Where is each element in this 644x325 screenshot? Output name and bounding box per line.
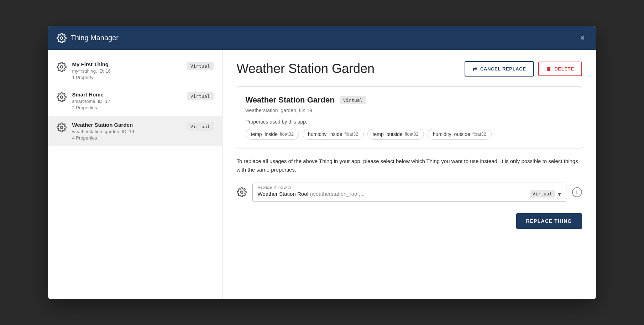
main-content: Weather Station Garden ⇄ CANCEL REPLACE … (222, 50, 596, 299)
sidebar-item-content-2: Smart Home smarthome, ID: 17 2 Propertie… (72, 91, 181, 110)
delete-label: DELETE (554, 66, 574, 72)
sidebar-item-myfirstthing[interactable]: My First Thing myfirstthing, ID: 16 1 Pr… (48, 56, 222, 86)
replace-field-badge: Virtual (530, 190, 555, 198)
replace-thing-button[interactable]: REPLACE THING (516, 213, 582, 229)
sidebar-item-name-2: Smart Home (72, 91, 181, 98)
swap-icon: ⇄ (472, 65, 477, 72)
properties-label: Properties used by this app: (246, 119, 573, 125)
replace-field[interactable]: Replace Thing with Weather Station Roof … (252, 183, 566, 202)
sidebar-item-badge-3: Virtual (187, 122, 214, 131)
main-header: Weather Station Garden ⇄ CANCEL REPLACE … (237, 61, 582, 77)
svg-point-4 (240, 191, 243, 193)
cancel-replace-label: CANCEL REPLACE (480, 66, 526, 72)
modal-header: Thing Manager × (48, 26, 596, 50)
replace-field-main-value: Weather Station Roof (258, 191, 309, 197)
sidebar: My First Thing myfirstthing, ID: 16 1 Pr… (48, 50, 222, 299)
svg-point-2 (60, 96, 63, 98)
thing-card: Weather Station Garden Virtual weatherst… (237, 87, 582, 148)
svg-point-3 (60, 126, 63, 129)
dropdown-arrow-icon[interactable]: ▾ (558, 190, 561, 198)
sidebar-item-sub-1: myfirstthing, ID: 16 (72, 68, 181, 74)
sidebar-item-smarthome[interactable]: Smart Home smarthome, ID: 17 2 Propertie… (48, 86, 222, 116)
sidebar-item-badge-2: Virtual (187, 92, 214, 100)
cancel-replace-button[interactable]: ⇄ CANCEL REPLACE (465, 61, 534, 77)
property-name-1: temp_inside (251, 131, 278, 137)
property-type-2: float32 (345, 131, 358, 137)
replace-field-inner: Weather Station Roof (weatherstation_roo… (258, 190, 561, 198)
svg-point-0 (60, 37, 63, 39)
info-icon[interactable]: i (572, 187, 582, 197)
sidebar-item-props-2: 2 Properties (72, 105, 181, 110)
replace-icon (237, 187, 247, 197)
thing-icon-3 (57, 122, 67, 132)
sidebar-item-content-3: Weather Station Garden weatherstation_ga… (72, 122, 181, 141)
modal-overlay: Thing Manager × My First Thing (0, 0, 644, 325)
thing-icon-1 (57, 62, 67, 72)
thing-icon-2 (57, 92, 67, 102)
sidebar-item-sub-3: weatherstation_garden, ID: 19 (72, 129, 181, 134)
property-name-4: humidity_outside (433, 131, 470, 137)
modal-header-left: Thing Manager (57, 33, 119, 43)
sidebar-item-weatherstation[interactable]: Weather Station Garden weatherstation_ga… (48, 116, 222, 146)
property-tag-1: temp_inside float32 (246, 129, 299, 140)
sidebar-item-props-1: 1 Property (72, 75, 181, 80)
replace-section: Replace Thing with Weather Station Roof … (237, 183, 582, 202)
thing-card-header: Weather Station Garden Virtual (246, 95, 573, 105)
thing-card-id: weatherstation_garden, ID: 19 (246, 108, 573, 113)
modal: Thing Manager × My First Thing (48, 26, 596, 299)
sidebar-item-name-3: Weather Station Garden (72, 122, 181, 128)
property-tag-2: humidity_inside float32 (303, 129, 364, 140)
property-tag-3: temp_outside float32 (367, 129, 424, 140)
sidebar-item-name-1: My First Thing (72, 61, 181, 67)
svg-point-1 (60, 65, 63, 68)
close-button[interactable]: × (577, 33, 588, 43)
sidebar-item-props-3: 4 Properties (72, 135, 181, 141)
description-text: To replace all usages of the above Thing… (237, 157, 582, 174)
sidebar-item-content-1: My First Thing myfirstthing, ID: 16 1 Pr… (72, 61, 181, 80)
delete-button[interactable]: 🗑 DELETE (538, 62, 582, 76)
replace-field-right: Virtual ▾ (530, 190, 561, 198)
page-title: Weather Station Garden (237, 61, 375, 76)
replace-field-sub-value: (weatherstation_roof,... (310, 191, 365, 197)
replace-field-value: Weather Station Roof (weatherstation_roo… (258, 191, 365, 197)
modal-body: My First Thing myfirstthing, ID: 16 1 Pr… (48, 50, 596, 299)
property-type-4: float32 (472, 131, 486, 137)
replace-button-container: REPLACE THING (237, 213, 582, 229)
property-name-3: temp_outside (373, 131, 403, 137)
property-name-2: humidity_inside (308, 131, 342, 137)
sidebar-item-sub-2: smarthome, ID: 17 (72, 99, 181, 104)
header-actions: ⇄ CANCEL REPLACE 🗑 DELETE (465, 61, 582, 77)
property-type-1: float32 (280, 131, 294, 137)
properties-list: temp_inside float32 humidity_inside floa… (246, 129, 573, 140)
trash-icon: 🗑 (546, 66, 552, 72)
thing-card-name: Weather Station Garden (246, 95, 335, 105)
thing-manager-icon (57, 33, 67, 43)
thing-card-badge: Virtual (340, 96, 366, 104)
replace-field-label: Replace Thing with (258, 185, 291, 189)
modal-title: Thing Manager (71, 34, 119, 42)
property-tag-4: humidity_outside float32 (428, 129, 492, 140)
sidebar-item-badge-1: Virtual (187, 62, 214, 70)
property-type-3: float32 (405, 131, 419, 137)
